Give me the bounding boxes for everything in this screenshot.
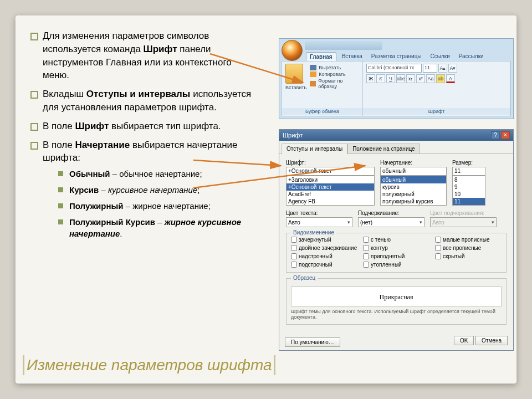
tab-mailings[interactable]: Рассылки bbox=[456, 52, 487, 61]
tab-references[interactable]: Ссылки bbox=[427, 52, 453, 61]
highlight-button[interactable]: ab bbox=[436, 74, 445, 83]
effects-group-label: Видоизменение bbox=[291, 229, 336, 236]
chk-smallcaps[interactable]: малые прописные bbox=[435, 237, 502, 243]
chk-allcaps[interactable]: все прописные bbox=[435, 245, 502, 251]
paste-label: Вставить bbox=[285, 85, 306, 90]
style-listbox[interactable]: обычный курсив полужирный полужирный кур… bbox=[380, 176, 447, 206]
bold-button[interactable]: Ж bbox=[366, 74, 375, 83]
cancel-button[interactable]: Отмена bbox=[475, 336, 508, 345]
chk-super[interactable]: надстрочный bbox=[291, 253, 357, 259]
ucolor-label: Цвет подчеркивания: bbox=[430, 210, 497, 216]
size-listbox[interactable]: 8 9 10 11 bbox=[452, 176, 485, 206]
format-painter-button[interactable]: Формат по образцу bbox=[310, 78, 359, 89]
ucolor-combo: Авто bbox=[430, 217, 497, 227]
chk-shadow[interactable]: с тенью bbox=[363, 237, 429, 243]
chk-dblstrike[interactable]: двойное зачеркивание bbox=[291, 245, 357, 251]
chk-strike[interactable]: зачеркнутый bbox=[291, 237, 357, 243]
chk-outline[interactable]: контур bbox=[363, 245, 429, 251]
quick-access-toolbar[interactable] bbox=[305, 41, 382, 50]
office-button-icon[interactable] bbox=[282, 40, 303, 61]
tab-layout[interactable]: Разметка страницы bbox=[368, 52, 425, 61]
tab-home[interactable]: Главная bbox=[306, 52, 336, 61]
subscript-button[interactable]: x₂ bbox=[406, 74, 415, 83]
ok-button[interactable]: OK bbox=[454, 336, 474, 345]
underline-combo[interactable]: (нет) bbox=[358, 217, 424, 227]
underline-label: Подчеркивание: bbox=[358, 210, 424, 216]
font-field-label: Шрифт: bbox=[286, 160, 375, 166]
case-button[interactable]: Aa bbox=[426, 74, 435, 83]
size-field-label: Размер: bbox=[452, 160, 485, 166]
sub-2: Курсив – курсивное начертание; bbox=[58, 184, 259, 196]
copy-button[interactable]: Копировать bbox=[310, 71, 359, 77]
slide-title: Изменение параметров шрифта bbox=[23, 355, 275, 375]
color-combo[interactable]: Авто bbox=[286, 217, 352, 227]
style-field-label: Начертание: bbox=[380, 160, 447, 166]
tab-insert[interactable]: Вставка bbox=[339, 52, 366, 61]
strike-button[interactable]: abe bbox=[396, 74, 405, 83]
brush-icon bbox=[310, 81, 316, 86]
size-input[interactable]: 11 bbox=[452, 167, 485, 176]
bullet-4: В поле Начертание выбирается начертание … bbox=[29, 139, 259, 240]
chk-engrave[interactable]: утопленный bbox=[363, 262, 429, 268]
bullet-1: Для изменения параметров символов исполь… bbox=[29, 29, 259, 82]
italic-button[interactable]: К bbox=[376, 74, 385, 83]
word-ribbon: Главная Вставка Разметка страницы Ссылки… bbox=[279, 38, 514, 119]
close-icon[interactable]: × bbox=[501, 131, 510, 139]
default-button[interactable]: По умолчанию… bbox=[285, 337, 340, 347]
help-icon[interactable]: ? bbox=[491, 131, 500, 139]
underline-button[interactable]: Ч bbox=[386, 74, 395, 83]
sample-group-label: Образец bbox=[291, 275, 318, 281]
sub-1: Обычный – обычное начертание; bbox=[58, 168, 259, 180]
font-name-field[interactable]: Calibri (Основной тк bbox=[366, 64, 422, 73]
group-clipboard-label: Буфер обмена bbox=[282, 108, 362, 115]
sample-preview: Прикрасная bbox=[291, 287, 502, 306]
font-size-field[interactable]: 11 bbox=[423, 64, 437, 73]
font-listbox[interactable]: +Заголовки +Основной текст AcadEref Agen… bbox=[286, 176, 375, 206]
tab-position[interactable]: Положение на странице bbox=[347, 144, 420, 154]
sub-3: Полужирный – жирное начертание; bbox=[58, 200, 259, 212]
bullet-3: В поле Шрифт выбирается тип шрифта. bbox=[29, 120, 259, 133]
style-input[interactable]: обычный bbox=[380, 167, 447, 176]
grow-font-icon[interactable]: A▴ bbox=[438, 64, 447, 73]
chk-emboss[interactable]: приподнятый bbox=[363, 253, 429, 259]
color-label: Цвет текста: bbox=[286, 210, 352, 216]
copy-icon bbox=[310, 71, 316, 77]
scissors-icon bbox=[310, 65, 316, 70]
tab-indents[interactable]: Отступы и интервалы bbox=[282, 144, 347, 154]
shrink-font-icon[interactable]: A▾ bbox=[448, 64, 457, 73]
font-color-button[interactable]: A bbox=[446, 74, 455, 83]
font-dialog: Шрифт ? × Отступы и интервалы Положение … bbox=[279, 129, 514, 351]
bullet-2: Вкладыш Отступы и интервалы используется… bbox=[29, 88, 259, 114]
superscript-button[interactable]: x² bbox=[416, 74, 425, 83]
sample-footnote: Шрифт темы для основного текста. Использ… bbox=[291, 309, 502, 320]
font-input[interactable]: +Основной текст bbox=[286, 167, 375, 176]
group-font-label: Шрифт bbox=[363, 108, 510, 115]
sub-4: Полужирный Курсив – жирное курсивное нач… bbox=[58, 216, 259, 239]
cut-button[interactable]: Вырезать bbox=[310, 65, 359, 70]
chk-sub[interactable]: подстрочный bbox=[291, 262, 357, 268]
slide-text: Для изменения параметров символов исполь… bbox=[29, 29, 259, 339]
paste-icon[interactable] bbox=[285, 64, 303, 84]
dialog-title: Шрифт bbox=[283, 132, 303, 139]
chk-hidden[interactable]: скрытый bbox=[435, 253, 502, 259]
